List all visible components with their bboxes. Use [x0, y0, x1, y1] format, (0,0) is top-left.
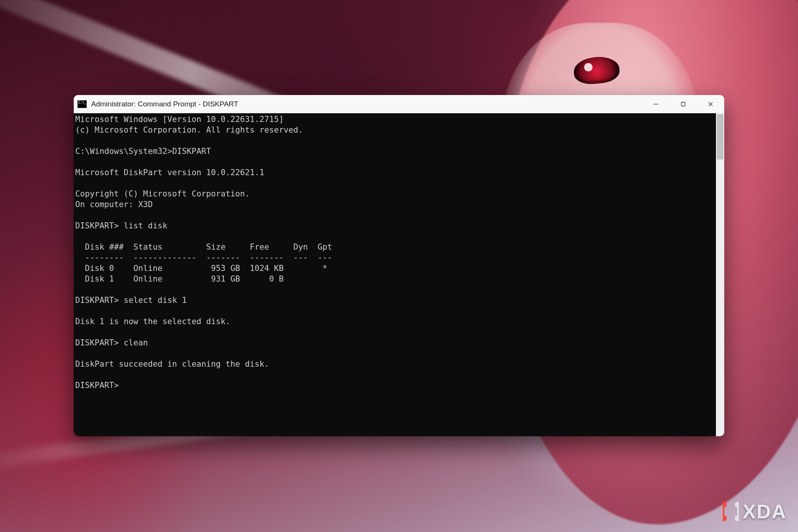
minimize-icon [653, 101, 659, 107]
cmd-list-disk: list disk [124, 221, 168, 230]
disk-table-header: Disk ### Status Size Free Dyn Gpt [75, 242, 332, 252]
prompt-path: C:\Windows\System32> [75, 146, 172, 156]
cmd-icon [78, 100, 87, 108]
diskpart-prompt: DISKPART> [75, 221, 119, 230]
diskpart-prompt: DISKPART> [75, 295, 119, 305]
diskpart-computer: On computer: X3D [75, 200, 153, 209]
xda-watermark-text: XDA [743, 500, 787, 523]
diskpart-version: Microsoft DiskPart version 10.0.22621.1 [75, 168, 264, 177]
minimize-button[interactable] [642, 95, 670, 113]
diskpart-prompt: DISKPART> [75, 380, 119, 390]
line-version: Microsoft Windows [Version 10.0.22631.27… [75, 114, 284, 124]
maximize-icon [680, 101, 686, 107]
xda-watermark: XDA [723, 500, 787, 523]
svg-rect-1 [681, 102, 685, 106]
maximize-button[interactable] [670, 95, 697, 113]
wallpaper-shape-eye [573, 55, 621, 86]
titlebar[interactable]: Administrator: Command Prompt - DISKPART [74, 95, 724, 113]
cmd-diskpart: DISKPART [172, 146, 211, 156]
command-prompt-window: Administrator: Command Prompt - DISKPART… [74, 95, 724, 436]
window-title: Administrator: Command Prompt - DISKPART [91, 100, 238, 108]
scrollbar-thumb[interactable] [717, 114, 724, 160]
cmd-select-disk: select disk 1 [124, 295, 187, 305]
xda-bracket-icon [723, 501, 739, 522]
disk-row-1: Disk 1 Online 931 GB 0 B [75, 274, 284, 283]
diskpart-copyright: Copyright (C) Microsoft Corporation. [75, 189, 250, 198]
disk-table-divider: -------- ------------- ------- ------- -… [75, 253, 332, 262]
cmd-clean: clean [124, 338, 148, 347]
scrollbar-track[interactable] [716, 113, 724, 436]
disk-row-0: Disk 0 Online 953 GB 1024 KB * [75, 263, 327, 273]
clean-response: DiskPart succeeded in cleaning the disk. [75, 359, 269, 369]
close-icon [708, 101, 714, 107]
diskpart-prompt: DISKPART> [75, 338, 119, 347]
line-copyright: (c) Microsoft Corporation. All rights re… [75, 125, 303, 135]
close-button[interactable] [697, 95, 724, 113]
terminal-output[interactable]: Microsoft Windows [Version 10.0.22631.27… [74, 113, 724, 436]
select-response: Disk 1 is now the selected disk. [75, 317, 230, 326]
